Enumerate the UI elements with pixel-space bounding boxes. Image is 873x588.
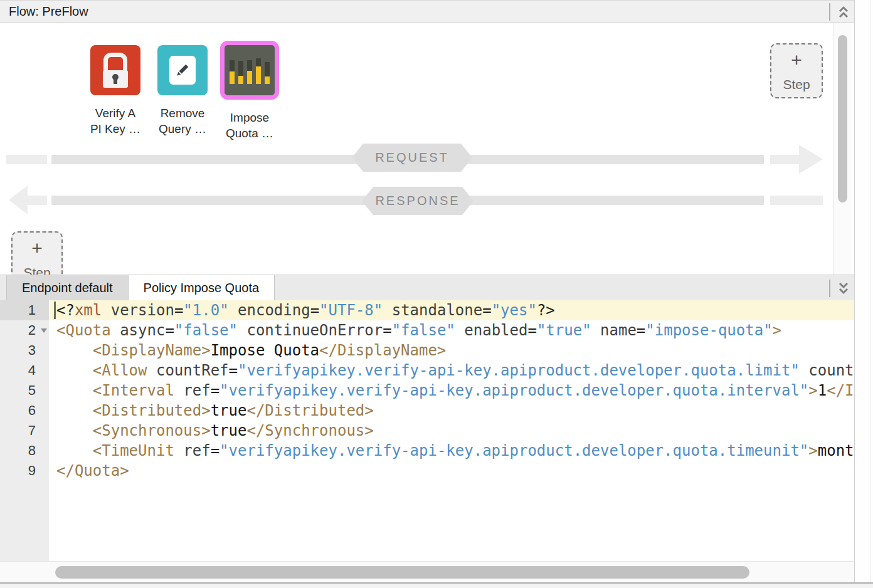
window-footer xyxy=(0,584,873,588)
request-badge: REQUEST xyxy=(352,144,472,172)
code-line-5[interactable]: <Interval ref="verifyapikey.verify-api-k… xyxy=(50,381,854,401)
response-badge: RESPONSE xyxy=(362,187,474,215)
response-bar-right-segment xyxy=(770,196,823,205)
tab-endpoint-default[interactable]: Endpoint default xyxy=(6,275,129,300)
line-number-6: 6 xyxy=(0,401,49,421)
response-arrowhead-icon xyxy=(9,186,28,214)
code-line-7[interactable]: <Synchronous>true</Synchronous> xyxy=(50,421,854,441)
header-divider xyxy=(829,3,830,21)
request-label: REQUEST xyxy=(375,150,449,165)
code-line-6[interactable]: <Distributed>true</Distributed> xyxy=(50,401,854,421)
line-number-1: 1 xyxy=(0,300,49,320)
chevron-double-down-icon[interactable] xyxy=(838,281,849,295)
response-label: RESPONSE xyxy=(375,194,460,208)
flow-step-remove-query: RemoveQuery … xyxy=(157,45,208,137)
request-arrowhead-icon xyxy=(799,145,823,174)
steps-row: Verify API Key …RemoveQuery …ImposeQuota… xyxy=(90,45,275,141)
text-cursor xyxy=(54,302,56,319)
plus-icon: + xyxy=(31,239,43,258)
step-label-impose-quota: ImposeQuota … xyxy=(212,110,287,141)
code-line-3[interactable]: <DisplayName>Impose Quota</DisplayName> xyxy=(50,340,854,360)
add-step-button-response[interactable]: + Step xyxy=(11,231,63,275)
line-number-4: 4 xyxy=(0,360,49,381)
editor-hscrollbar-thumb[interactable] xyxy=(55,566,749,579)
code-line-9[interactable]: </Quota> xyxy=(50,461,854,481)
apigee-flow-editor: Flow: PreFlow Verify API Key …RemoveQuer… xyxy=(0,0,873,588)
request-arrow-shaft xyxy=(770,155,799,164)
main-panel: Flow: PreFlow Verify API Key …RemoveQuer… xyxy=(0,0,854,582)
flow-header-controls xyxy=(829,2,849,21)
line-number-9: 9 xyxy=(0,461,49,481)
right-gutter-strip xyxy=(854,0,873,582)
pencil-icon[interactable] xyxy=(157,45,208,95)
code-line-8[interactable]: <TimeUnit ref="verifyapikey.verify-api-k… xyxy=(50,441,854,461)
step-label-remove-query: RemoveQuery … xyxy=(145,105,220,137)
flow-step-verify-api-key: Verify API Key … xyxy=(90,45,140,137)
flow-title: Flow: PreFlow xyxy=(9,1,88,23)
code-line-1[interactable]: <?xml version="1.0" encoding="UTF-8" sta… xyxy=(50,300,854,320)
plus-icon: + xyxy=(791,51,802,70)
flow-scrollbar-thumb[interactable] xyxy=(838,35,847,202)
flow-vertical-scrollbar[interactable] xyxy=(833,23,852,275)
request-bar-left-segment xyxy=(6,155,47,164)
add-step-label: Step xyxy=(783,77,810,92)
response-bar-left-segment xyxy=(28,196,47,205)
add-step-label: Step xyxy=(23,265,50,275)
code-area[interactable]: <?xml version="1.0" encoding="UTF-8" sta… xyxy=(50,300,854,561)
editor-horizontal-scrollbar[interactable] xyxy=(0,561,854,584)
code-line-4[interactable]: <Allow countRef="verifyapikey.verify-api… xyxy=(50,360,854,381)
tabbar-controls xyxy=(829,278,849,298)
tabbar-divider xyxy=(829,280,830,297)
flow-canvas: Verify API Key …RemoveQuery …ImposeQuota… xyxy=(0,23,854,275)
flow-step-impose-quota: ImposeQuota … xyxy=(225,45,275,141)
editor-gutter: 123456789 xyxy=(0,300,50,561)
code-editor: 123456789 <?xml version="1.0" encoding="… xyxy=(0,300,854,561)
lock-icon[interactable] xyxy=(90,45,140,95)
line-number-5: 5 xyxy=(0,381,49,401)
line-number-2: 2 xyxy=(0,320,49,340)
line-number-8: 8 xyxy=(0,441,49,461)
chevron-double-up-icon[interactable] xyxy=(838,5,849,19)
tab-policy-impose-quota[interactable]: Policy Impose Quota xyxy=(129,275,275,300)
bar-chart-icon[interactable] xyxy=(220,41,279,100)
editor-tabbar: Endpoint default Policy Impose Quota xyxy=(0,275,854,300)
line-number-3: 3 xyxy=(0,340,49,360)
line-number-7: 7 xyxy=(0,421,49,441)
step-label-verify-api-key: Verify API Key … xyxy=(78,105,153,137)
flow-panel-header: Flow: PreFlow xyxy=(0,1,854,23)
code-line-2[interactable]: <Quota async="false" continueOnError="fa… xyxy=(50,320,854,340)
add-step-button-request[interactable]: + Step xyxy=(770,43,823,98)
fold-arrow-icon[interactable] xyxy=(41,328,47,333)
